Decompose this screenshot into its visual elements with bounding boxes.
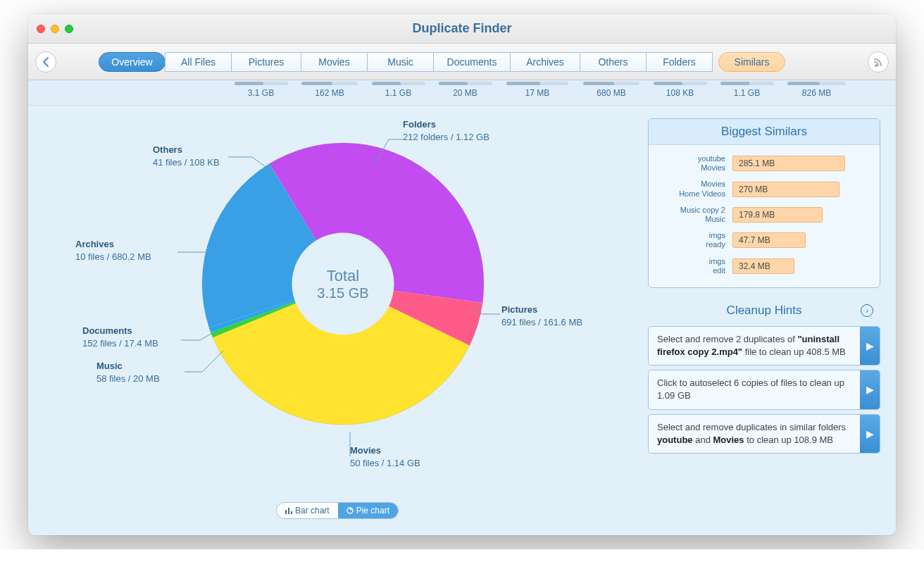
window-controls <box>37 25 73 33</box>
app-window: Duplicate Finder OverviewAll FilesPictur… <box>28 14 896 535</box>
close-icon[interactable] <box>37 25 45 33</box>
biggest-title: Biggest Similars <box>649 119 880 145</box>
tab-archives[interactable]: Archives <box>510 52 580 72</box>
cleanup-hint[interactable]: Click to autoselect 6 copies of files to… <box>648 370 880 409</box>
titlebar: Duplicate Finder <box>28 14 896 44</box>
size-cell: 162 MB <box>294 82 365 98</box>
hint-text: Click to autoselect 6 copies of files to… <box>649 370 860 408</box>
back-button[interactable] <box>35 51 56 73</box>
rss-button[interactable] <box>868 51 889 73</box>
window-title: Duplicate Finder <box>28 21 896 36</box>
size-cell: 1.1 GB <box>713 82 780 98</box>
zoom-icon[interactable] <box>65 25 73 33</box>
similar-label: Music copy 2Music <box>658 206 725 224</box>
similar-bar: 270 MB <box>732 182 839 197</box>
similar-label: imgsready <box>658 231 725 249</box>
similar-label: youtubeMovies <box>658 154 725 173</box>
similar-bar: 179.8 MB <box>732 207 823 223</box>
size-cell: 680 MB <box>576 82 647 98</box>
chart-toggle: Bar chart Pie chart <box>276 502 399 519</box>
cleanup-hint[interactable]: Select and remove duplicates in similar … <box>648 414 880 454</box>
svg-rect-1 <box>285 510 287 514</box>
hint-text: Select and remove duplicates in similar … <box>649 415 860 453</box>
similar-label: imgsedit <box>658 257 725 275</box>
tab-music[interactable]: Music <box>367 52 434 72</box>
similar-bar: 47.7 MB <box>732 232 806 248</box>
similar-label: MoviesHome Videos <box>658 180 725 198</box>
play-icon: ▶ <box>860 370 880 408</box>
tab-folders[interactable]: Folders <box>646 52 713 72</box>
hint-text: Select and remove 2 duplicates of "unins… <box>649 327 860 365</box>
svg-rect-2 <box>288 508 289 514</box>
tab-pictures[interactable]: Pictures <box>231 52 301 72</box>
tab-others[interactable]: Others <box>580 52 647 72</box>
similar-row[interactable]: MoviesHome Videos270 MB <box>649 176 880 201</box>
tab-all-files[interactable]: All Files <box>165 52 232 72</box>
chevron-right-icon[interactable]: › <box>861 304 873 317</box>
tab-similars[interactable]: Similars <box>718 52 785 72</box>
hints-title: Cleanup Hints <box>727 304 802 318</box>
cleanup-hint[interactable]: Select and remove 2 duplicates of "unins… <box>648 326 880 366</box>
bar-chart-button[interactable]: Bar chart <box>277 503 338 518</box>
play-icon: ▶ <box>860 327 880 365</box>
similar-bar: 285.1 MB <box>732 156 845 171</box>
chart-area: Total 3.15 GB Folders 212 folders / 1.12… <box>44 118 634 523</box>
svg-rect-3 <box>291 511 292 514</box>
category-tabs: OverviewAll FilesPicturesMoviesMusicDocu… <box>99 52 785 72</box>
biggest-similars-panel: Biggest Similars youtubeMovies285.1 MBMo… <box>648 118 880 288</box>
sidebar: Biggest Similars youtubeMovies285.1 MBMo… <box>648 118 880 523</box>
pie-chart-button[interactable]: Pie chart <box>338 503 398 518</box>
similar-row[interactable]: imgsedit32.4 MB <box>649 254 880 279</box>
similar-row[interactable]: Music copy 2Music179.8 MB <box>649 202 880 227</box>
size-bar: 3.1 GB162 MB1.1 GB20 MB17 MB680 MB108 KB… <box>28 80 896 106</box>
content: Total 3.15 GB Folders 212 folders / 1.12… <box>28 106 896 535</box>
hints-title-row: Cleanup Hints › <box>648 299 880 322</box>
similar-bar: 32.4 MB <box>732 258 794 274</box>
size-cell: 17 MB <box>499 82 576 98</box>
cleanup-hints-section: Cleanup Hints › Select and remove 2 dupl… <box>648 299 880 454</box>
toolbar: OverviewAll FilesPicturesMoviesMusicDocu… <box>28 44 896 80</box>
tab-movies[interactable]: Movies <box>301 52 368 72</box>
similar-row[interactable]: imgsready47.7 MB <box>649 227 880 253</box>
tab-overview[interactable]: Overview <box>99 52 166 72</box>
minimize-icon[interactable] <box>51 25 59 33</box>
size-cell: 826 MB <box>780 82 853 98</box>
size-cell: 20 MB <box>432 82 499 98</box>
size-cell: 3.1 GB <box>227 82 294 98</box>
play-icon: ▶ <box>860 415 880 453</box>
similar-row[interactable]: youtubeMovies285.1 MB <box>649 151 880 176</box>
tab-documents[interactable]: Documents <box>433 52 511 72</box>
size-cell: 1.1 GB <box>365 82 432 98</box>
size-cell: 108 KB <box>647 82 713 98</box>
